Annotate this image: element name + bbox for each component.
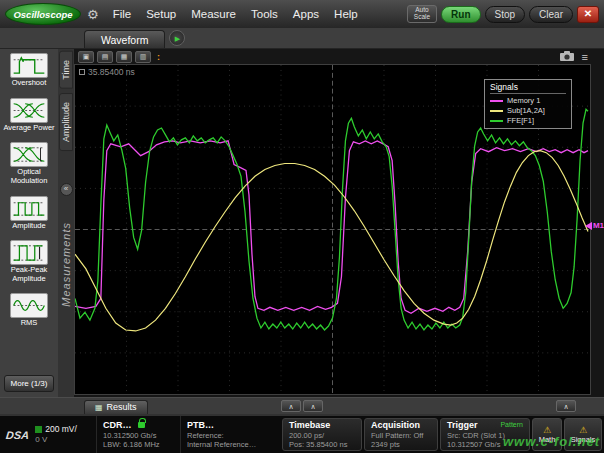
waveform-display-area: ▣ ▤ ▦ ▥ : ≡ — [74, 49, 604, 397]
cdr-rate: 10.312500 Gb/s — [103, 431, 174, 440]
trigger-pattern-badge: Pattern — [500, 421, 523, 429]
timebase-panel[interactable]: Timebase 200.00 ps/ Pos: 35.85400 ns — [282, 418, 362, 451]
menu-measure[interactable]: Measure — [191, 8, 236, 20]
sidebar-panel-title: Measurements — [60, 222, 72, 307]
measurement-label: Overshoot — [12, 79, 47, 88]
stop-button[interactable]: Stop — [485, 6, 526, 23]
play-icon[interactable]: ▶ — [169, 30, 185, 46]
channel-color-icon — [35, 426, 42, 433]
expand-results-icon[interactable]: ∧ — [281, 400, 301, 412]
ffe-trace — [75, 109, 588, 330]
legend-label: Memory 1 — [507, 96, 540, 105]
measurement-optical-modulation[interactable]: Optical Modulation — [1, 142, 57, 185]
top-menu-bar: Oscilloscope ⚙ File Setup Measure Tools … — [0, 0, 604, 28]
channel-status-panel[interactable]: DSA 200 mV/ 0 V — [0, 416, 96, 453]
readout-value: 35.85400 ns — [88, 67, 135, 77]
marker-m1[interactable]: M1 — [585, 221, 604, 230]
legend-label: FFE[F1] — [507, 116, 534, 125]
rms-icon — [10, 293, 48, 318]
sidebar-tab-strip: Time Amplitude « Measurements — [58, 49, 74, 397]
results-table-icon: ▦ — [95, 403, 103, 412]
measurement-amplitude[interactable]: Amplitude — [10, 196, 48, 231]
menu-tools[interactable]: Tools — [251, 8, 278, 20]
toolbar-indicator-dots: : — [157, 52, 160, 62]
lock-icon — [138, 422, 145, 428]
sidebar-tab-time[interactable]: Time — [59, 51, 73, 89]
expand-results-icon-2[interactable]: ∧ — [303, 400, 323, 412]
sidebar-tab-amplitude[interactable]: Amplitude — [59, 93, 73, 151]
results-tab-label: Results — [107, 402, 137, 412]
timebase-title: Timebase — [289, 420, 355, 431]
legend-label: Sub[1A,2A] — [507, 106, 545, 115]
run-control-group: Auto Scale Run Stop Clear ✕ — [407, 5, 599, 23]
measurement-peak-peak-amplitude[interactable]: Peak-Peak Amplitude — [1, 240, 57, 283]
measurement-average-power[interactable]: Average Power — [3, 98, 54, 133]
menu-apps[interactable]: Apps — [293, 8, 319, 20]
trigger-source: Src: CDR (Slot 1) — [447, 431, 523, 440]
acquisition-title: Acquisition — [371, 420, 431, 431]
plot-toolbar: ▣ ▤ ▦ ▥ : ≡ — [74, 49, 604, 64]
marker-flag-icon — [79, 69, 85, 75]
memory1-trace — [75, 141, 588, 313]
signals-legend[interactable]: Signals Memory 1 Sub[1A,2A] FFE[F1] — [484, 79, 572, 129]
warning-icon: ⚠ — [543, 426, 551, 435]
layout-split-icon[interactable]: ▤ — [97, 51, 113, 63]
measurements-sidebar: Overshoot Average Power — [0, 49, 74, 397]
gear-icon[interactable]: ⚙ — [87, 8, 99, 21]
timebase-position: Pos: 35.85400 ns — [289, 440, 355, 449]
menu-bar: File Setup Measure Tools Apps Help — [113, 8, 358, 20]
menu-icon[interactable]: ≡ — [582, 52, 588, 63]
sub-swatch — [490, 110, 503, 112]
channel-readout: 200 mV/ 0 V — [35, 424, 77, 445]
marker-arrow-icon — [585, 222, 592, 230]
expand-right-panel-icon[interactable]: ∧ — [556, 400, 576, 412]
run-button[interactable]: Run — [441, 6, 480, 23]
menu-setup[interactable]: Setup — [146, 8, 176, 20]
tab-waveform[interactable]: Waveform — [84, 30, 165, 48]
legend-title: Signals — [490, 82, 566, 94]
layout-single-icon[interactable]: ▣ — [78, 51, 94, 63]
warning-icon: ⚠ — [579, 426, 587, 435]
acquisition-line1: Full Pattern: Off — [371, 431, 431, 440]
status-bar: DSA 200 mV/ 0 V CDR… 10.312500 Gb/s LBW:… — [0, 414, 604, 453]
measurement-overshoot[interactable]: Overshoot — [10, 53, 48, 88]
layout-quad-icon[interactable]: ▦ — [116, 51, 132, 63]
math-button[interactable]: ⚠ Math — [532, 418, 562, 451]
more-measurements-button[interactable]: More (1/3) — [4, 375, 54, 392]
auto-scale-button[interactable]: Auto Scale — [407, 5, 437, 23]
statusbar-spacer — [270, 416, 281, 453]
tab-results[interactable]: ▦ Results — [84, 400, 148, 414]
legend-entry-ffe: FFE[F1] — [490, 116, 566, 125]
ptb-status-panel[interactable]: PTB… Reference: Internal Reference… — [180, 416, 270, 453]
sub-trace — [75, 151, 588, 331]
clear-button[interactable]: Clear — [529, 6, 573, 23]
channel-offset-value: 0 V — [35, 435, 77, 445]
oscilloscope-app-window: Oscilloscope ⚙ File Setup Measure Tools … — [0, 0, 604, 453]
acquisition-line2: 2349 pts — [371, 440, 431, 449]
close-button[interactable]: ✕ — [577, 6, 599, 23]
measurement-rms[interactable]: RMS — [10, 293, 48, 328]
acquisition-panel[interactable]: Acquisition Full Pattern: Off 2349 pts — [364, 418, 438, 451]
panel-expand-buttons: ∧ ∧ — [281, 400, 323, 412]
measurement-label: Average Power — [3, 124, 54, 133]
overshoot-icon — [10, 53, 48, 78]
auto-scale-label-2: Scale — [414, 14, 430, 21]
view-tab-bar: Waveform ▶ — [0, 28, 604, 49]
cdr-status-panel[interactable]: CDR… 10.312500 Gb/s LBW: 6.186 MHz — [96, 416, 180, 453]
memory1-swatch — [490, 100, 503, 102]
layout-stack-icon[interactable]: ▥ — [135, 51, 151, 63]
ffe-swatch — [490, 120, 503, 122]
legend-entry-sub: Sub[1A,2A] — [490, 106, 566, 115]
menu-help[interactable]: Help — [334, 8, 358, 20]
waveform-plot[interactable]: 35.85400 ns Signals Memory 1 Sub[1A,2A] … — [74, 64, 591, 395]
results-bar: ▦ Results ∧ ∧ ∧ — [0, 397, 604, 414]
signals-button[interactable]: ⚠ Signals — [564, 418, 602, 451]
collapse-sidebar-button[interactable]: « — [60, 183, 73, 196]
menu-file[interactable]: File — [113, 8, 132, 20]
ptb-line2: Internal Reference… — [187, 440, 264, 449]
main-content: Overshoot Average Power — [0, 49, 604, 397]
trigger-panel[interactable]: Trigger Pattern Src: CDR (Slot 1) 10.312… — [440, 418, 530, 451]
measurement-label: Peak-Peak Amplitude — [1, 266, 57, 283]
channel-scale-value: 200 mV/ — [45, 424, 77, 435]
trigger-rate: 10.312507 Gb/s — [447, 440, 523, 449]
